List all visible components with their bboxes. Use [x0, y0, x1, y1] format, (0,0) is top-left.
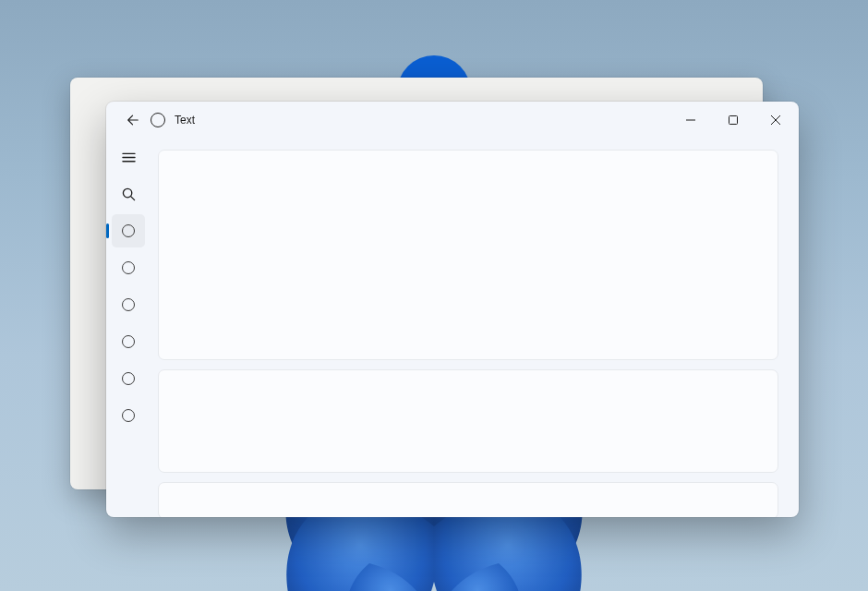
content-card-3	[158, 482, 778, 517]
caption-controls	[669, 105, 797, 135]
close-button[interactable]	[754, 105, 797, 135]
nav-item-1[interactable]	[112, 214, 145, 247]
nav-item-6[interactable]	[112, 399, 145, 432]
content-card-2	[158, 369, 778, 473]
search-button[interactable]	[112, 177, 145, 211]
nav-rail	[106, 139, 151, 517]
nav-item-2[interactable]	[112, 251, 145, 284]
svg-rect-0	[729, 116, 738, 125]
content-area	[151, 139, 799, 517]
hamburger-button[interactable]	[112, 140, 145, 174]
window-title: Text	[175, 114, 195, 127]
maximize-button[interactable]	[712, 105, 754, 135]
close-icon	[771, 115, 780, 125]
circle-icon	[122, 409, 135, 422]
hamburger-icon	[122, 151, 136, 164]
circle-icon	[122, 261, 135, 274]
content-card-1	[158, 150, 778, 360]
circle-icon	[122, 298, 135, 311]
app-icon	[151, 113, 165, 127]
nav-item-5[interactable]	[112, 362, 145, 395]
titlebar[interactable]: Text	[106, 102, 799, 139]
minimize-icon	[686, 115, 695, 125]
maximize-icon	[729, 115, 738, 125]
circle-icon	[122, 335, 135, 348]
nav-item-4[interactable]	[112, 325, 145, 358]
back-button[interactable]	[119, 106, 147, 134]
circle-icon	[122, 224, 135, 237]
search-icon	[122, 187, 136, 201]
minimize-button[interactable]	[669, 105, 712, 135]
app-window: Text	[106, 102, 799, 517]
circle-icon	[122, 372, 135, 385]
arrow-left-icon	[127, 114, 139, 127]
nav-item-3[interactable]	[112, 288, 145, 321]
